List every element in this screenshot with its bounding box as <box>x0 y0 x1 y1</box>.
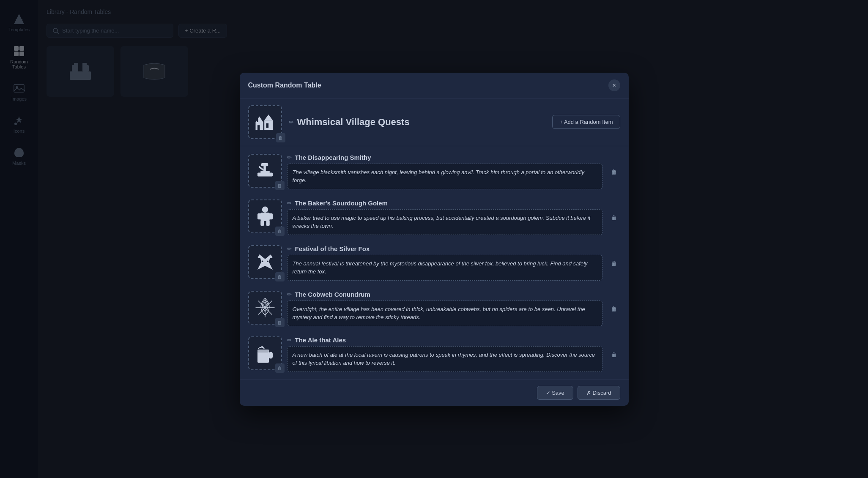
item-content-5: ✏ The Ale that Ales A new batch of ale a… <box>287 336 602 372</box>
item-content-1: ✏ The Disappearing Smithy The village bl… <box>287 154 602 189</box>
item-image-5[interactable]: 🗑 <box>248 336 282 370</box>
table-title-area: ✏ Whimsical Village Quests <box>289 117 546 128</box>
svg-rect-19 <box>257 125 260 130</box>
items-list: 🗑 ✏ The Disappearing Smithy The village … <box>240 146 629 380</box>
svg-point-28 <box>262 206 268 212</box>
table-row: 🗑 ✏ The Cobweb Conundrum Overnight, the … <box>248 287 620 330</box>
item-title-row-2: ✏ The Baker's Sourdough Golem <box>287 199 602 207</box>
item-delete-button-4[interactable]: 🗑 <box>608 303 620 315</box>
item-description-4[interactable]: Overnight, the entire village has been c… <box>287 300 602 326</box>
item-description-1[interactable]: The village blacksmith vanishes each nig… <box>287 164 602 189</box>
item-image-2[interactable]: 🗑 <box>248 199 282 233</box>
item-content-4: ✏ The Cobweb Conundrum Overnight, the en… <box>287 291 602 326</box>
svg-rect-30 <box>257 213 261 219</box>
discard-button[interactable]: ✗ Discard <box>578 386 620 400</box>
item-title-row-4: ✏ The Cobweb Conundrum <box>287 291 602 298</box>
modal-close-button[interactable]: × <box>608 79 620 91</box>
item-title-row-3: ✏ Festival of the Silver Fox <box>287 245 602 252</box>
table-row: 🗑 ✏ Festival of the Silver Fox The annua… <box>248 242 620 284</box>
item-delete-button-5[interactable]: 🗑 <box>608 348 620 361</box>
svg-point-37 <box>267 260 268 262</box>
table-row: 🗑 ✏ The Disappearing Smithy The village … <box>248 150 620 193</box>
item-edit-icon-2: ✏ <box>287 200 292 206</box>
svg-rect-31 <box>269 213 273 219</box>
item-title-4: The Cobweb Conundrum <box>295 291 370 298</box>
item-image-delete-1[interactable]: 🗑 <box>275 181 285 190</box>
item-title-5: The Ale that Ales <box>295 336 346 344</box>
add-item-button[interactable]: + Add a Random Item <box>552 115 620 129</box>
table-title-edit-icon: ✏ <box>289 119 294 126</box>
item-image-delete-2[interactable]: 🗑 <box>275 227 285 236</box>
item-image-1[interactable]: 🗑 <box>248 154 282 188</box>
svg-rect-43 <box>269 352 273 358</box>
item-image-delete-3[interactable]: 🗑 <box>275 272 285 281</box>
modal-footer: ✓ Save ✗ Discard <box>240 380 629 406</box>
item-content-2: ✏ The Baker's Sourdough Golem A baker tr… <box>287 199 602 235</box>
item-image-4[interactable]: 🗑 <box>248 291 282 325</box>
item-title-1: The Disappearing Smithy <box>295 154 371 161</box>
svg-rect-22 <box>266 123 268 128</box>
svg-rect-27 <box>261 163 268 166</box>
svg-rect-23 <box>257 119 258 122</box>
item-edit-icon-4: ✏ <box>287 291 292 298</box>
item-image-3[interactable]: 🗑 <box>248 245 282 279</box>
item-description-2[interactable]: A baker tried to use magic to speed up h… <box>287 209 602 235</box>
item-delete-button-1[interactable]: 🗑 <box>608 166 620 178</box>
modal-body: 🗑 ✏ Whimsical Village Quests + Add a Ran… <box>240 98 629 380</box>
item-title-row-5: ✏ The Ale that Ales <box>287 336 602 344</box>
svg-point-36 <box>261 260 263 262</box>
modal-header: Custom Random Table × <box>240 73 629 98</box>
svg-rect-44 <box>257 350 269 352</box>
item-edit-icon-1: ✏ <box>287 154 292 161</box>
item-title-row-1: ✏ The Disappearing Smithy <box>287 154 602 161</box>
table-header-row: 🗑 ✏ Whimsical Village Quests + Add a Ran… <box>240 98 629 146</box>
item-title-2: The Baker's Sourdough Golem <box>295 199 388 207</box>
modal-title: Custom Random Table <box>248 82 321 89</box>
svg-rect-29 <box>260 213 270 221</box>
save-button[interactable]: ✓ Save <box>537 386 573 400</box>
item-delete-button-3[interactable]: 🗑 <box>608 257 620 270</box>
table-cover-image[interactable]: 🗑 <box>248 105 282 139</box>
table-row: 🗑 ✏ The Baker's Sourdough Golem A baker … <box>248 196 620 238</box>
svg-rect-32 <box>260 220 264 226</box>
table-image-delete-button[interactable]: 🗑 <box>276 133 285 142</box>
item-edit-icon-5: ✏ <box>287 337 292 343</box>
item-title-3: Festival of the Silver Fox <box>295 245 370 252</box>
item-edit-icon-3: ✏ <box>287 246 292 252</box>
item-image-delete-5[interactable]: 🗑 <box>275 363 285 373</box>
svg-marker-21 <box>264 115 273 120</box>
modal-overlay: Custom Random Table × <box>0 0 868 478</box>
item-description-5[interactable]: A new batch of ale at the local tavern i… <box>287 346 602 372</box>
item-content-3: ✏ Festival of the Silver Fox The annual … <box>287 245 602 281</box>
item-description-3[interactable]: The annual festival is threatened by the… <box>287 255 602 281</box>
item-image-delete-4[interactable]: 🗑 <box>275 318 285 327</box>
modal: Custom Random Table × <box>240 73 629 406</box>
table-title: Whimsical Village Quests <box>297 117 410 128</box>
item-delete-button-2[interactable]: 🗑 <box>608 211 620 224</box>
svg-rect-33 <box>266 220 269 226</box>
table-row: 🗑 ✏ The Ale that Ales A new batch of ale… <box>248 333 620 375</box>
